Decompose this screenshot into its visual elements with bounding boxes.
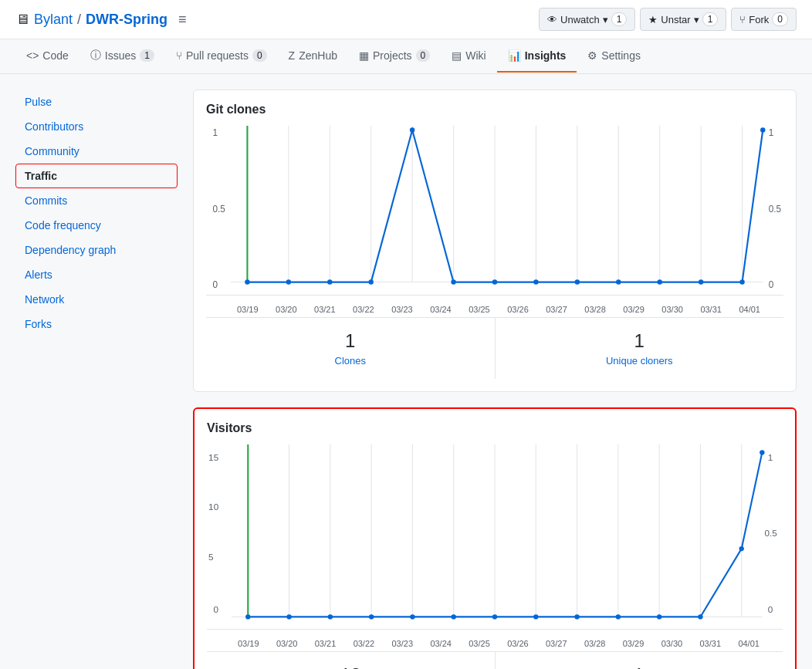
svg-point-29 (575, 279, 580, 285)
sidebar-item-commits[interactable]: Commits (15, 188, 178, 213)
unique-visitors-stat: 1 Unique visitors (496, 652, 783, 669)
tab-pullrequests[interactable]: ⑂ Pull requests 0 (165, 40, 278, 73)
git-clones-card: Git clones 1 0.5 0 1 0.5 0 (193, 90, 797, 392)
svg-text:10: 10 (208, 502, 218, 512)
unstar-label: Unstar (661, 14, 690, 25)
insights-icon: 📊 (508, 49, 521, 62)
svg-text:0: 0 (769, 279, 774, 290)
eye-icon: 👁 (547, 14, 557, 25)
projects-icon: ▦ (359, 49, 369, 62)
svg-point-70 (760, 450, 764, 454)
svg-point-58 (286, 614, 291, 619)
svg-text:15: 15 (208, 453, 218, 462)
svg-text:0.5: 0.5 (769, 204, 782, 215)
tab-pr-label: Pull requests (186, 49, 249, 62)
unstar-button[interactable]: ★ Unstar ▾ 1 (640, 8, 726, 31)
clones-footer: 1 Clones 1 Unique cloners (206, 317, 783, 379)
svg-point-57 (245, 614, 250, 619)
tab-insights-label: Insights (525, 49, 567, 62)
svg-text:1: 1 (768, 453, 773, 462)
visitors-chart: 15 10 5 0 1 0.5 0 (207, 444, 783, 630)
svg-text:1: 1 (769, 127, 774, 138)
svg-point-62 (452, 614, 456, 619)
svg-text:5: 5 (208, 552, 214, 562)
repo-title: 🖥 Bylant / DWR-Spring ≡ (15, 12, 187, 28)
tab-wiki[interactable]: ▤ Wiki (441, 40, 496, 73)
tab-projects-label: Projects (373, 49, 412, 62)
settings-icon: ⚙ (587, 49, 597, 62)
unique-cloners-label: Unique cloners (508, 355, 772, 367)
svg-point-33 (739, 279, 744, 285)
sidebar-item-forks[interactable]: Forks (15, 312, 178, 336)
svg-point-63 (492, 614, 497, 619)
svg-point-65 (574, 614, 579, 619)
unwatch-button[interactable]: 👁 Unwatch ▾ 1 (539, 8, 635, 31)
svg-text:0.5: 0.5 (213, 204, 226, 215)
tab-issues[interactable]: ⓘ Issues 1 (80, 39, 165, 73)
svg-point-31 (658, 279, 662, 285)
svg-point-34 (760, 127, 765, 133)
svg-point-23 (327, 279, 332, 285)
svg-text:1: 1 (213, 127, 218, 138)
svg-point-66 (616, 614, 621, 619)
svg-point-30 (616, 279, 621, 285)
git-clones-title: Git clones (206, 103, 783, 117)
sidebar-item-traffic[interactable]: Traffic (15, 164, 178, 188)
tab-issues-label: Issues (105, 49, 136, 62)
sidebar-item-community[interactable]: Community (15, 139, 178, 164)
tab-insights[interactable]: 📊 Insights (497, 40, 577, 73)
menu-icon[interactable]: ≡ (178, 12, 187, 28)
svg-point-67 (657, 614, 661, 619)
wiki-icon: ▤ (452, 49, 462, 62)
projects-badge: 0 (416, 49, 431, 62)
repo-name[interactable]: DWR-Spring (86, 12, 167, 28)
visitors-footer: 18 Views 1 Unique visitors (207, 651, 783, 669)
sidebar-item-dependency-graph[interactable]: Dependency graph (15, 238, 178, 262)
sidebar-item-code-frequency[interactable]: Code frequency (15, 213, 178, 238)
visitors-line (248, 452, 762, 617)
views-count: 18 (219, 664, 482, 669)
svg-point-21 (245, 279, 249, 285)
clones-count: 1 (218, 330, 482, 352)
repo-icon: 🖥 (15, 12, 29, 28)
tab-projects[interactable]: ▦ Projects 0 (348, 40, 441, 73)
svg-point-69 (739, 546, 744, 551)
clones-line (247, 130, 763, 282)
svg-point-61 (410, 614, 414, 619)
svg-point-28 (533, 279, 538, 285)
visitors-x-labels: 03/19 03/20 03/21 03/22 03/23 03/24 03/2… (207, 636, 783, 651)
sidebar-item-network[interactable]: Network (15, 287, 178, 312)
visitors-card: Visitors 15 10 5 0 1 0.5 0 (193, 407, 797, 669)
nav-tabs: <> Code ⓘ Issues 1 ⑂ Pull requests 0 Z Z… (0, 39, 812, 74)
fork-button[interactable]: ⑂ Fork 0 (731, 8, 797, 31)
svg-point-22 (286, 279, 291, 285)
svg-point-25 (410, 127, 414, 133)
unwatch-label: Unwatch (560, 14, 600, 25)
tab-code[interactable]: <> Code (15, 40, 80, 73)
star-icon: ★ (648, 14, 658, 25)
sidebar-item-contributors[interactable]: Contributors (15, 114, 178, 139)
fork-icon: ⑂ (739, 14, 746, 25)
unique-cloners-count: 1 (508, 330, 772, 352)
svg-point-64 (533, 614, 538, 619)
pr-icon: ⑂ (176, 49, 182, 62)
issues-icon: ⓘ (90, 49, 101, 63)
svg-text:0.5: 0.5 (765, 529, 777, 539)
header-actions: 👁 Unwatch ▾ 1 ★ Unstar ▾ 1 ⑂ Fork 0 (539, 8, 797, 31)
clones-label: Clones (218, 355, 482, 367)
tab-settings[interactable]: ⚙ Settings (577, 40, 651, 73)
svg-point-24 (369, 279, 374, 285)
unstar-count: 1 (702, 12, 719, 26)
fork-label: Fork (749, 14, 769, 25)
svg-text:0: 0 (214, 605, 219, 614)
tab-zenhub[interactable]: Z ZenHub (278, 40, 348, 73)
zenhub-icon: Z (289, 49, 296, 62)
clones-x-labels: 03/19 03/20 03/21 03/22 03/23 03/24 03/2… (206, 302, 783, 317)
sidebar-item-alerts[interactable]: Alerts (15, 262, 178, 287)
tab-zenhub-label: ZenHub (299, 49, 337, 62)
git-clones-chart: 1 0.5 0 1 0.5 0 (206, 126, 783, 296)
repo-owner[interactable]: Bylant (34, 12, 73, 28)
sidebar-item-pulse[interactable]: Pulse (15, 90, 178, 114)
svg-text:0: 0 (768, 605, 773, 614)
svg-point-27 (492, 279, 497, 285)
